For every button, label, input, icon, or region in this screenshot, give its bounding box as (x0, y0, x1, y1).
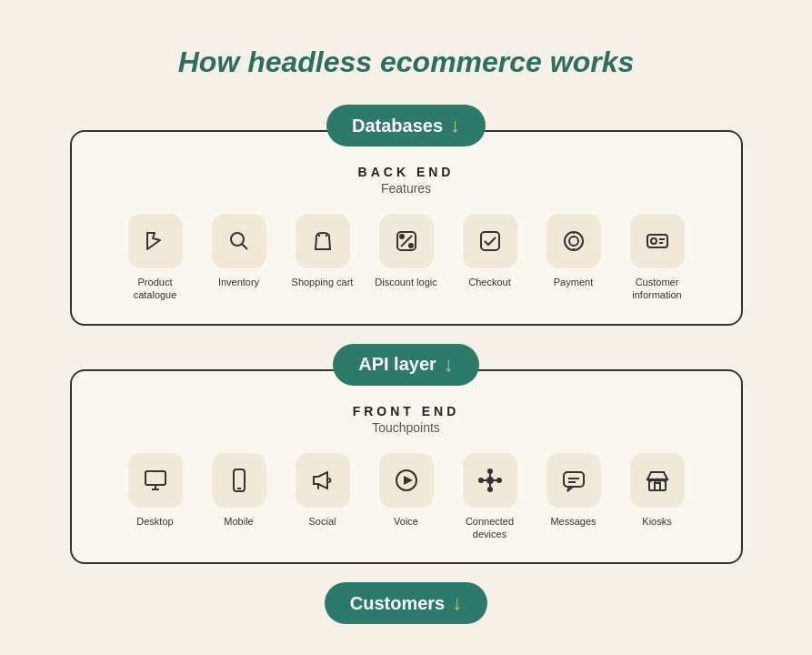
backend-icon-inventory: Inventory (204, 214, 275, 302)
backend-title: BACK END (90, 165, 723, 179)
databases-pill-row: Databases ↓ (70, 105, 743, 146)
svg-point-1 (231, 233, 244, 246)
frontend-iconlabel-kiosks: Kiosks (642, 515, 671, 528)
backend-iconbox-discount-logic (379, 214, 434, 268)
frontend-iconlabel-desktop: Desktop (136, 515, 173, 528)
frontend-iconbox-social (296, 453, 350, 508)
main-card: How headless ecommerce works Databases ↓… (34, 18, 779, 651)
api-arrow: ↓ (444, 353, 454, 377)
backend-iconbox-customer-information (630, 214, 685, 268)
page-wrapper: How headless ecommerce works Databases ↓… (0, 0, 812, 655)
frontend-icon-mobile: Mobile (204, 453, 275, 541)
backend-section: BACK END Features Product catalogue Inve… (70, 130, 743, 326)
frontend-icon-voice: Voice (371, 453, 442, 541)
databases-label: Databases (352, 116, 443, 136)
frontend-iconlabel-connected-devices: Connected devices (455, 515, 526, 541)
frontend-iconbox-kiosks (630, 453, 685, 508)
api-label: API layer (358, 354, 436, 375)
backend-subtitle: Features (90, 181, 723, 196)
svg-point-8 (409, 244, 413, 247)
frontend-icon-kiosks: Kiosks (622, 453, 693, 541)
backend-iconlabel-customer-information: Customer information (622, 276, 693, 302)
frontend-iconbox-connected-devices (463, 453, 517, 508)
backend-iconlabel-payment: Payment (554, 276, 593, 288)
customers-pill-row: Customers ↓ (70, 582, 743, 624)
frontend-icon-connected-devices: Connected devices (455, 453, 526, 541)
frontend-title: FRONT END (90, 404, 723, 418)
backend-iconlabel-inventory: Inventory (218, 276, 259, 288)
backend-iconbox-checkout (463, 214, 517, 268)
api-pill-row: API layer ↓ (70, 344, 743, 386)
svg-point-15 (651, 238, 657, 244)
svg-point-25 (487, 478, 493, 483)
svg-point-11 (569, 237, 578, 246)
backend-icon-shopping-cart: Shopping cart (287, 214, 358, 302)
svg-point-26 (488, 469, 492, 473)
frontend-iconlabel-voice: Voice (394, 515, 418, 528)
frontend-iconlabel-mobile: Mobile (224, 515, 253, 528)
backend-icon-payment: Payment (538, 214, 609, 302)
svg-point-10 (565, 232, 583, 250)
frontend-icon-messages: Messages (538, 453, 609, 541)
api-pill: API layer ↓ (333, 344, 479, 386)
main-title: How headless ecommerce works (70, 45, 743, 79)
backend-iconlabel-discount-logic: Discount logic (375, 276, 436, 288)
frontend-icon-desktop: Desktop (120, 453, 191, 541)
backend-iconlabel-shopping-cart: Shopping cart (292, 276, 354, 288)
frontend-icons-row: Desktop Mobile Social Voice (90, 453, 723, 541)
backend-iconbox-inventory (212, 214, 266, 268)
frontend-iconlabel-social: Social (309, 515, 336, 528)
backend-icon-product-catalogue: Product catalogue (120, 214, 191, 302)
backend-icons-row: Product catalogue Inventory Shopping car… (90, 214, 723, 302)
databases-arrow: ↓ (450, 114, 460, 137)
frontend-iconbox-messages (546, 453, 601, 508)
backend-iconlabel-product-catalogue: Product catalogue (120, 276, 191, 302)
svg-point-27 (488, 488, 492, 491)
databases-pill: Databases ↓ (326, 105, 486, 146)
backend-icon-checkout: Checkout (455, 214, 526, 302)
backend-icon-customer-information: Customer information (622, 214, 693, 302)
svg-point-28 (479, 479, 483, 482)
svg-rect-9 (481, 232, 499, 250)
backend-icon-discount-logic: Discount logic (371, 214, 442, 302)
customers-label: Customers (350, 593, 445, 614)
svg-point-29 (497, 479, 501, 482)
backend-iconbox-shopping-cart (296, 214, 350, 268)
svg-rect-38 (655, 483, 660, 490)
svg-rect-18 (145, 471, 165, 485)
backend-iconbox-product-catalogue (128, 214, 183, 268)
customers-arrow: ↓ (452, 591, 462, 615)
svg-line-2 (242, 244, 247, 249)
frontend-iconbox-voice (379, 453, 434, 508)
customers-pill: Customers ↓ (325, 582, 487, 624)
layer-wrapper: Databases ↓ BACK END Features Product ca… (70, 105, 743, 624)
frontend-iconlabel-messages: Messages (550, 515, 596, 528)
frontend-section: FRONT END Touchpoints Desktop Mobile (70, 369, 743, 565)
svg-marker-24 (404, 476, 413, 485)
frontend-iconbox-mobile (212, 453, 266, 508)
frontend-iconbox-desktop (128, 453, 183, 508)
frontend-subtitle: Touchpoints (90, 420, 723, 435)
backend-iconlabel-checkout: Checkout (468, 276, 510, 288)
backend-iconbox-payment (546, 214, 601, 268)
frontend-icon-social: Social (287, 453, 358, 541)
svg-point-7 (400, 235, 404, 238)
